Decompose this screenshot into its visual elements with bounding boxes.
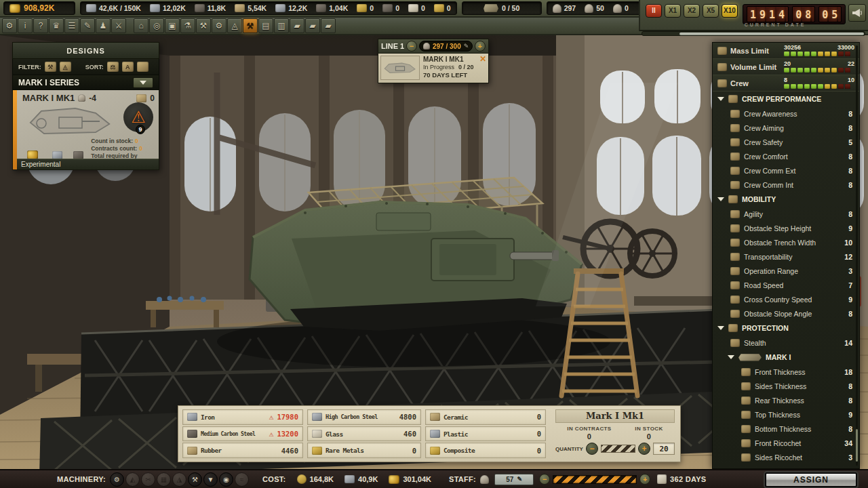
plastic-icon bbox=[430, 430, 440, 438]
crew-icon bbox=[78, 94, 85, 102]
high-carbon-steel-icon bbox=[312, 413, 322, 421]
staff-count-input[interactable]: 57✎ bbox=[494, 474, 534, 485]
edit-icon[interactable]: ✎ bbox=[464, 43, 469, 49]
stats-scrollbar-thumb[interactable] bbox=[856, 429, 858, 462]
stat-row: Front Thickness18 bbox=[713, 365, 859, 379]
settings-icon[interactable]: ⚙ bbox=[2, 18, 17, 33]
series-header[interactable]: MARK I SERIES bbox=[12, 75, 159, 90]
newspaper-icon[interactable]: ☰ bbox=[64, 18, 79, 33]
machine-drill-press-icon[interactable]: ⚙ bbox=[110, 472, 124, 487]
top-thickness-icon bbox=[741, 411, 751, 419]
sort-cost-icon[interactable] bbox=[137, 62, 149, 72]
speed-x5-button[interactable]: X5 bbox=[703, 4, 719, 18]
stat-row: Cross Country Speed9 bbox=[713, 292, 859, 306]
pause-button[interactable]: II bbox=[646, 4, 662, 18]
steel-ingot-icon bbox=[275, 4, 285, 12]
staff-count: 50 bbox=[596, 4, 604, 12]
contracts-icon[interactable]: ✎ bbox=[80, 18, 95, 33]
section-crew-performance[interactable]: CREW PERFORMANCE bbox=[713, 92, 859, 106]
machine-wheel-lathe-icon[interactable]: ◉ bbox=[219, 472, 233, 487]
sort-alpha-icon[interactable]: A bbox=[122, 62, 134, 72]
composite-icon bbox=[430, 447, 440, 455]
sort-weight-icon[interactable]: ⚖ bbox=[107, 62, 119, 72]
stats-scrollbar-track[interactable] bbox=[856, 45, 858, 466]
chevron-down-icon bbox=[717, 97, 724, 101]
tank-count-slot: 0 / 50 bbox=[462, 1, 542, 15]
megaphone-icon bbox=[852, 8, 863, 18]
factory-icon[interactable]: ⌂ bbox=[134, 18, 149, 33]
library-icon[interactable]: ▤ bbox=[258, 18, 273, 33]
increase-staff-button[interactable]: + bbox=[475, 41, 486, 52]
design-bureau-icon[interactable]: ◬ bbox=[227, 18, 242, 33]
workshop-icon[interactable]: ⚒ bbox=[196, 18, 211, 33]
machine-borer-icon[interactable]: ⚒ bbox=[188, 472, 202, 487]
tank-park-icon[interactable]: ▰ bbox=[290, 18, 304, 33]
announcements-button[interactable] bbox=[848, 4, 866, 22]
staff-decrease-button[interactable]: − bbox=[539, 474, 550, 485]
military-icon[interactable]: ⚔ bbox=[111, 18, 126, 33]
operation-range-icon bbox=[730, 267, 740, 275]
crew-safety-icon bbox=[730, 138, 740, 146]
fuel-icon bbox=[382, 4, 393, 12]
maintenance-icon[interactable]: ⚙ bbox=[212, 18, 226, 33]
staff-increase-button[interactable]: + bbox=[639, 474, 650, 485]
section-protection[interactable]: PROTECTION bbox=[713, 321, 859, 336]
designs-panel-title: DESIGNS bbox=[12, 42, 159, 59]
tank-sketch bbox=[383, 59, 417, 77]
filter-sort-row: FILTER: ⚒ ◬ SORT: ⚖ A bbox=[12, 59, 159, 75]
material-row-iron: Iron⚠17980 bbox=[182, 409, 303, 425]
crew-delta: -4 bbox=[89, 94, 96, 103]
series-collapse-button[interactable] bbox=[133, 77, 153, 88]
scrollbar-thumb[interactable] bbox=[679, 33, 864, 35]
cost-tools: 164,8K bbox=[297, 474, 334, 484]
personnel-icon[interactable]: ♟ bbox=[96, 18, 111, 33]
tank-awards-icon[interactable]: ▰ bbox=[321, 18, 336, 33]
quantity-increase-button[interactable]: + bbox=[638, 443, 650, 455]
achievements-icon[interactable]: ♛ bbox=[49, 18, 64, 33]
order-box: Mark I Mk1 IN CONTRACTS0 IN STOCK0 QUANT… bbox=[555, 409, 675, 458]
cross-country-speed-icon bbox=[730, 296, 740, 304]
horizontal-scrollbar[interactable] bbox=[642, 31, 865, 36]
quantity-value[interactable]: 20 bbox=[653, 443, 675, 455]
machine-grinder-icon[interactable]: ◮ bbox=[172, 472, 186, 487]
assembly-icon[interactable]: ▥ bbox=[274, 18, 289, 33]
finance-icon[interactable]: ▣ bbox=[165, 18, 180, 33]
design-card-mark1-mk1[interactable]: MARK I MK1 -4 0 ⚠ 9 15,05K 2,04K 8240 bbox=[12, 90, 159, 170]
machine-cutter-icon[interactable]: ✂ bbox=[141, 472, 155, 487]
speed-x10-button[interactable]: X10 bbox=[722, 4, 738, 18]
engineer-icon bbox=[553, 4, 561, 13]
machine-furnace-icon[interactable]: ▦ bbox=[157, 472, 171, 487]
quantity-slider[interactable] bbox=[601, 445, 635, 453]
machine-press-icon[interactable]: ▼ bbox=[203, 472, 218, 487]
stat-row: Crew Aiming8 bbox=[713, 121, 859, 135]
bottom-thickness-icon bbox=[741, 425, 751, 433]
stat-row: Bottom Thickness8 bbox=[713, 422, 859, 436]
filter-type-icon[interactable]: ⚒ bbox=[45, 62, 56, 72]
front-ricochet-icon bbox=[741, 439, 751, 447]
machine-lathe-icon[interactable]: ◭ bbox=[125, 472, 140, 487]
filter-design-icon[interactable]: ◬ bbox=[60, 62, 71, 72]
iron-icon bbox=[187, 413, 197, 421]
speed-x2-button[interactable]: X2 bbox=[684, 4, 700, 18]
close-icon[interactable]: ✕ bbox=[479, 54, 486, 64]
world-map-icon[interactable]: ◎ bbox=[149, 18, 164, 33]
section-mark1-armor[interactable]: MARK I bbox=[713, 350, 859, 365]
help-icon[interactable]: ? bbox=[33, 18, 48, 33]
tank-sales-icon[interactable]: ▰ bbox=[305, 18, 320, 33]
production-icon[interactable]: ⚒ bbox=[243, 18, 258, 33]
stat-row: Obstacle Step Height9 bbox=[713, 221, 859, 235]
decrease-staff-button[interactable]: − bbox=[406, 41, 417, 52]
series-header-label: MARK I SERIES bbox=[18, 78, 79, 87]
research-icon[interactable]: ⚗ bbox=[180, 18, 195, 33]
info-icon[interactable]: i bbox=[18, 18, 33, 33]
staff-slider[interactable] bbox=[553, 475, 637, 484]
section-mobility[interactable]: MOBILITY bbox=[713, 192, 859, 207]
resources-slot: 42,6K / 150K 12,02K 11,8K 5,54K 12,2K 1,… bbox=[80, 1, 457, 15]
speed-x1-button[interactable]: X1 bbox=[665, 4, 681, 18]
resource-value: 11,8K bbox=[208, 4, 226, 12]
design-warning-indicator[interactable]: ⚠ 9 bbox=[123, 102, 153, 132]
quantity-decrease-button[interactable]: − bbox=[586, 443, 598, 455]
transportability-icon bbox=[730, 253, 740, 261]
assign-button[interactable]: ASSIGN bbox=[765, 472, 857, 487]
machine-saw-icon[interactable]: ≈ bbox=[235, 472, 249, 487]
